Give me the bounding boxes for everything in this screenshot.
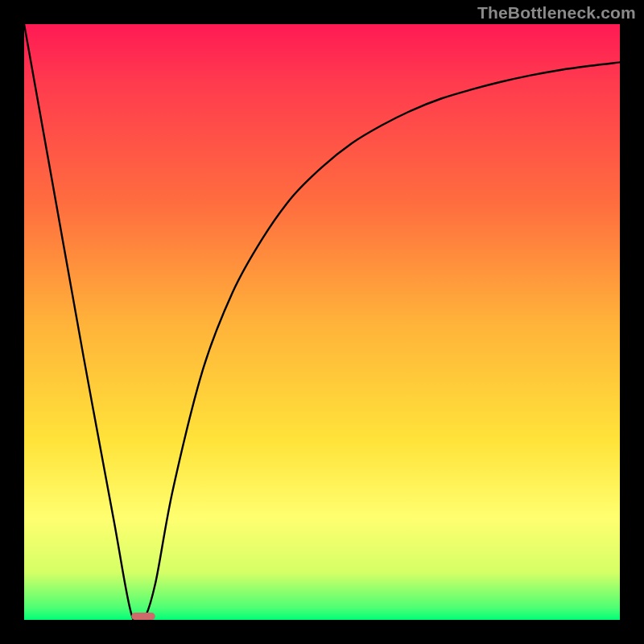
attribution-text: TheBottleneck.com [477, 3, 636, 23]
bottleneck-curve [24, 24, 620, 620]
minimum-marker [131, 613, 155, 620]
curve-svg [24, 24, 620, 620]
chart-frame: TheBottleneck.com [0, 0, 644, 644]
plot-area [24, 24, 620, 620]
